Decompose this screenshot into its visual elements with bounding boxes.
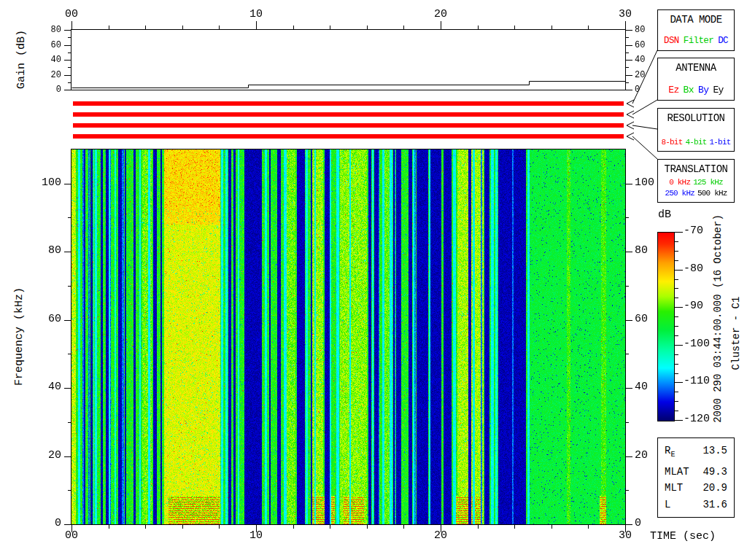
mlt-value: 20.9 (703, 481, 727, 494)
data-mode-option-filter: Filter (684, 36, 713, 46)
mlat-value: 49.3 (703, 465, 727, 478)
antenna-title: ANTENNA (658, 58, 734, 74)
resolution-title: RESOLUTION (658, 109, 734, 124)
gain-x-tick-label: 20 (432, 9, 449, 20)
data-mode-title: DATA MODE (658, 10, 734, 26)
time-tick-label: 30 (616, 530, 634, 542)
colorbar (657, 232, 675, 421)
freq-tick-label-right: 0 (635, 518, 641, 529)
antenna-option-ey: Ey (713, 85, 723, 96)
panel-ephemeris: RE 13.5 MLAT 49.3 MLT 20.9 L 31.6 (657, 438, 735, 518)
antenna-option-bx: Bx (684, 85, 694, 96)
data-mode-option-dc: DC (718, 36, 728, 46)
ephemeris-row-re: RE 13.5 (665, 444, 727, 462)
status-bar-data-mode (73, 101, 624, 106)
freq-tick-label-left: 40 (48, 381, 61, 393)
resolution-option-1bit: 1-bit (710, 138, 731, 147)
time-tick-label: 10 (247, 530, 265, 542)
gain-axis-label: Gain (dB) (15, 5, 28, 114)
translation-option-125khz: 125 kHz (693, 178, 723, 187)
ephemeris-row-l: L 31.6 (665, 498, 727, 511)
freq-tick-label-right: 40 (635, 381, 648, 393)
translation-option-500khz: 500 kHz (697, 189, 727, 198)
spectrogram-canvas (71, 149, 625, 524)
freq-tick-label-right: 100 (635, 177, 654, 189)
translation-option-250khz: 250 kHz (665, 189, 694, 198)
gain-y-tick-label-left: 80 (51, 24, 61, 36)
gain-x-tick-label: 10 (247, 9, 265, 20)
time-axis-label: TIME (sec) (650, 530, 716, 542)
colorbar-unit-label: dB (658, 209, 671, 221)
gain-y-tick-label-left: 60 (51, 39, 61, 51)
translation-option-0khz: 0 kHz (669, 178, 690, 187)
gain-y-tick-label-right: 80 (635, 24, 645, 36)
frequency-axis-label: Frequency (kHz) (13, 264, 26, 410)
status-bar-resolution (73, 123, 624, 128)
panel-antenna: ANTENNA Ez Bx By Ey (657, 58, 735, 101)
ephemeris-row-mlat: MLAT 49.3 (665, 465, 727, 478)
status-bar-translation (73, 134, 624, 139)
freq-tick-label-right: 20 (635, 450, 648, 462)
l-value: 31.6 (703, 498, 727, 511)
colorbar-tick-label: -90 (684, 300, 703, 312)
colorbar-tick-label: -70 (684, 225, 703, 237)
mlt-label: MLT (665, 481, 683, 494)
antenna-option-ez: Ez (668, 85, 678, 96)
wideband-plot-page: { "labels": { "time_axis": "TIME (sec)",… (0, 0, 747, 560)
colorbar-tick-label: -80 (684, 263, 703, 275)
gain-x-tick-label: 00 (63, 9, 80, 20)
ephemeris-row-mlt: MLT 20.9 (665, 481, 727, 494)
colorbar-tick-label: -100 (684, 338, 710, 350)
panel-resolution: RESOLUTION 8-bit 4-bit 1-bit (657, 108, 735, 152)
re-sub: E (670, 451, 675, 459)
panel-translation: TRANSLATION 0 kHz 125 kHz 250 kHz 500 kH… (657, 159, 735, 203)
resolution-option-8bit: 8-bit (661, 138, 682, 147)
data-mode-option-dsn: DSN (664, 36, 679, 46)
freq-tick-label-left: 100 (42, 177, 61, 189)
panel-data-mode: DATA MODE DSN Filter DC (657, 9, 735, 51)
timestamp-vertical-label: 2000 290 03:44:00.000 (16 October) (712, 202, 724, 435)
status-bar-antenna (73, 112, 624, 117)
colorbar-tick-label: -120 (684, 413, 710, 425)
freq-tick-label-left: 80 (48, 245, 61, 257)
gain-y-tick-label-right: 60 (635, 39, 645, 51)
freq-tick-label-right: 60 (635, 314, 648, 325)
freq-tick-label-left: 20 (48, 450, 61, 462)
freq-tick-label-left: 0 (55, 518, 61, 529)
freq-tick-label-left: 60 (48, 314, 61, 325)
l-label: L (665, 498, 670, 511)
gain-y-tick-label-left: 0 (56, 84, 61, 96)
resolution-option-4bit: 4-bit (685, 138, 706, 147)
spacecraft-vertical-label: Cluster - C1 (730, 217, 742, 450)
time-tick-label: 20 (432, 530, 449, 542)
gain-x-tick-label: 30 (616, 9, 634, 20)
gain-y-tick-label-left: 40 (51, 54, 61, 66)
gain-y-tick-label-right: 20 (635, 69, 645, 81)
time-tick-label: 00 (63, 530, 80, 542)
gain-y-tick-label-left: 20 (51, 69, 61, 81)
gain-y-tick-label-right: 0 (635, 84, 640, 96)
gain-y-tick-label-right: 40 (635, 54, 645, 66)
mlat-label: MLAT (665, 465, 689, 478)
antenna-option-by: By (698, 85, 708, 96)
translation-title: TRANSLATION (658, 160, 734, 175)
freq-tick-label-right: 80 (635, 245, 648, 257)
re-value: 13.5 (703, 444, 727, 462)
colorbar-tick-label: -110 (684, 376, 710, 387)
